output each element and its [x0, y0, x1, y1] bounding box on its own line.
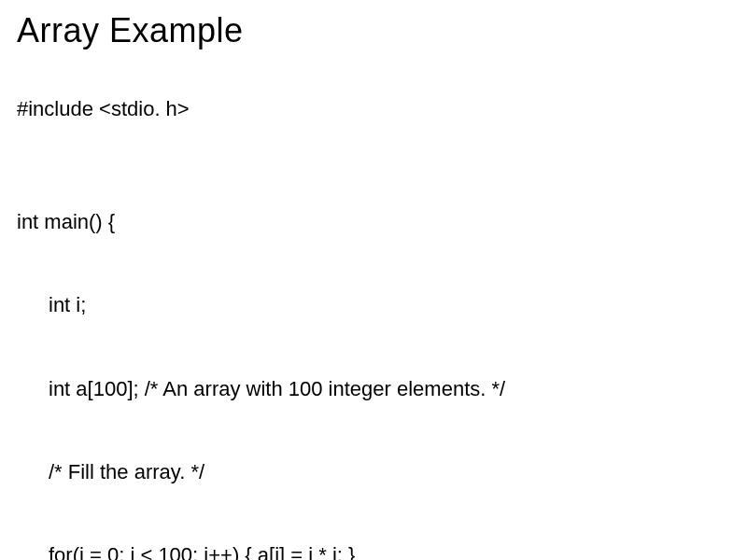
code-line: int main() { [17, 208, 730, 236]
code-line: int a[100]; /* An array with 100 integer… [17, 375, 730, 403]
slide-title: Array Example [17, 11, 730, 50]
code-line: /* Fill the array. */ [17, 458, 730, 486]
code-block: int main() { int i; int a[100]; /* An ar… [17, 153, 730, 560]
slide-container: Array Example #include <stdio. h> int ma… [0, 0, 747, 560]
code-line: for(i = 0; i < 100; i++) { a[i] = i * i;… [17, 541, 730, 560]
include-line: #include <stdio. h> [17, 97, 730, 121]
code-line: int i; [17, 291, 730, 319]
